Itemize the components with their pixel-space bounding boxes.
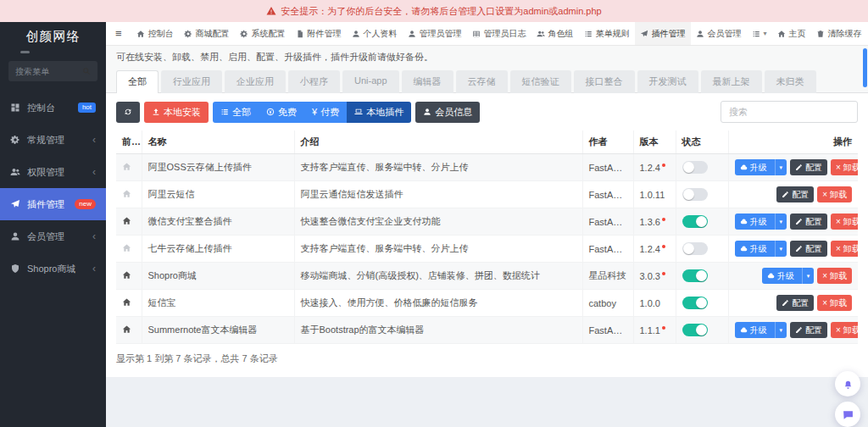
config-button[interactable]: 配置	[776, 186, 814, 202]
config-button[interactable]: 配置	[776, 295, 814, 311]
tab-sms[interactable]: 短信验证	[510, 70, 571, 93]
nav-shop-config[interactable]: 商城配置	[179, 22, 235, 45]
table-row: 短信宝 快速接入、使用方便、价格低廉的短信服务 catboy 1.0.0 配置 …	[116, 290, 858, 317]
nav-plugin-manage[interactable]: 插件管理	[635, 22, 691, 45]
warning-text: 安全提示：为了你的后台安全，请勿将后台管理入口设置为admin或admin.ph…	[281, 5, 601, 18]
upgrade-button[interactable]: 升级▾	[762, 268, 815, 284]
nav-profile[interactable]: 个人资料	[347, 22, 403, 45]
nav-system-config[interactable]: 系统配置	[235, 22, 291, 45]
uninstall-button[interactable]: ×卸载	[831, 214, 858, 230]
status-toggle[interactable]	[682, 269, 708, 282]
frontend-home-icon	[122, 243, 131, 252]
upgrade-caret[interactable]: ▾	[775, 159, 787, 175]
tab-list-dropdown[interactable]: ▾	[747, 22, 772, 45]
button-label: 卸载	[843, 162, 858, 174]
nav-label: 管理员日志	[484, 28, 526, 40]
uninstall-button[interactable]: ×卸载	[831, 159, 858, 175]
filter-all-button[interactable]: 全部	[213, 102, 259, 123]
plugin-author: FastAdmin	[582, 236, 633, 263]
tab-uncategorized[interactable]: 未归类	[765, 70, 816, 93]
frontend-home-icon	[122, 324, 131, 334]
table-row: 阿里云短信 阿里云通信短信发送插件 FastAdmin 1.0.11 配置 ×卸…	[116, 181, 858, 208]
status-toggle[interactable]	[682, 297, 708, 309]
button-label: 会员信息	[435, 106, 472, 119]
cogs-icon	[10, 135, 20, 145]
notification-fab[interactable]	[835, 371, 860, 396]
upgrade-button[interactable]: 升级▾	[735, 322, 787, 338]
nav-menu-rule[interactable]: 菜单规则	[579, 22, 635, 45]
tab-industry[interactable]: 行业应用	[161, 70, 222, 93]
config-button[interactable]: 配置	[790, 322, 827, 338]
chevron-left-icon: ‹	[92, 167, 96, 177]
nav-admin-log[interactable]: 管理员日志	[467, 22, 531, 45]
uninstall-button[interactable]: ×卸载	[831, 322, 858, 338]
nav-role-group[interactable]: 角色组	[531, 22, 579, 45]
config-button[interactable]: 配置	[790, 214, 827, 230]
plugin-intro: 移动端商城、分销(高级授权)、店铺装修、拼团、数据统计	[294, 263, 582, 290]
sidebar-item-auth[interactable]: 权限管理 ‹	[0, 156, 106, 188]
col-status: 状态	[676, 130, 728, 154]
tab-api[interactable]: 接口整合	[574, 70, 635, 93]
nav-member-manage[interactable]: 会员管理	[691, 22, 747, 45]
sidebar-item-member[interactable]: 会员管理 ‹	[0, 220, 106, 252]
plugin-version: 1.0.0	[640, 298, 660, 308]
nav-attachment[interactable]: 附件管理	[291, 22, 347, 45]
sidebar-item-shopro[interactable]: Shopro商城 ‹	[0, 252, 106, 285]
filter-paid-button[interactable]: ¥付费	[304, 102, 347, 123]
nav-label: 插件管理	[652, 28, 686, 40]
config-button[interactable]: 配置	[790, 159, 827, 175]
status-toggle[interactable]	[682, 161, 708, 174]
sidebar-item-label: 权限管理	[27, 166, 64, 179]
yen-icon: ¥	[312, 107, 317, 117]
button-label: 配置	[805, 162, 822, 174]
uninstall-button[interactable]: ×卸载	[817, 295, 852, 311]
upgrade-caret[interactable]: ▾	[802, 268, 815, 284]
scrollbar-thumb[interactable]	[863, 48, 867, 87]
tab-newest[interactable]: 最新上架	[701, 70, 762, 93]
status-toggle[interactable]	[682, 242, 708, 255]
upgrade-caret[interactable]: ▾	[775, 241, 787, 257]
record-summary: 显示第 1 到第 7 条记录，总共 7 条记录	[116, 352, 858, 365]
filter-free-button[interactable]: 免费	[259, 102, 304, 123]
table-search-input[interactable]	[721, 101, 858, 123]
upgrade-button[interactable]: 升级▾	[735, 214, 787, 230]
upgrade-button[interactable]: 升级▾	[735, 241, 787, 257]
upgrade-caret[interactable]: ▾	[775, 322, 787, 338]
sidebar-item-general[interactable]: 常规管理 ‹	[0, 124, 106, 156]
chat-fab[interactable]	[835, 402, 860, 427]
dashboard-icon	[10, 103, 20, 113]
status-toggle[interactable]	[682, 324, 708, 336]
sidebar-item-dashboard[interactable]: 控制台 hot	[0, 92, 106, 124]
config-button[interactable]: 配置	[790, 241, 827, 257]
nav-clear-cache[interactable]: 清除缓存	[811, 22, 867, 45]
tab-uniapp[interactable]: Uni-app	[342, 70, 399, 93]
nav-admin-manage[interactable]: 管理员管理	[403, 22, 467, 45]
upgrade-caret[interactable]: ▾	[775, 214, 787, 230]
sidebar-search[interactable]	[8, 61, 97, 81]
filter-local-button[interactable]: 本地插件	[347, 102, 411, 123]
member-info-button[interactable]: 会员信息	[415, 102, 480, 123]
nav-homepage[interactable]: 主页	[772, 22, 811, 45]
uninstall-button[interactable]: ×卸载	[831, 241, 858, 257]
status-toggle[interactable]	[682, 215, 708, 228]
upgrade-button[interactable]: 升级▾	[735, 159, 787, 175]
tab-editor[interactable]: 编辑器	[402, 70, 453, 93]
tab-miniapp[interactable]: 小程序	[288, 70, 340, 93]
uninstall-button[interactable]: ×卸载	[817, 186, 852, 202]
tab-all[interactable]: 全部	[116, 70, 159, 93]
tab-cloud-storage[interactable]: 云存储	[456, 70, 508, 93]
button-label: 全部	[232, 106, 251, 119]
uninstall-button[interactable]: ×卸载	[817, 268, 852, 284]
nav-dashboard[interactable]: 控制台	[131, 22, 179, 45]
sidebar-toggle-icon[interactable]: ≡	[106, 22, 131, 45]
coin-icon	[266, 108, 275, 116]
refresh-button[interactable]	[116, 102, 140, 123]
status-toggle[interactable]	[682, 188, 708, 201]
button-label: 升级	[750, 243, 767, 255]
hot-badge: hot	[78, 103, 96, 113]
local-install-button[interactable]: 本地安装	[144, 102, 209, 123]
tab-devtest[interactable]: 开发测试	[637, 70, 698, 93]
sidebar-search-input[interactable]	[15, 67, 82, 76]
tab-enterprise[interactable]: 企业应用	[225, 70, 286, 93]
sidebar-item-plugin[interactable]: 插件管理 new	[0, 188, 106, 220]
